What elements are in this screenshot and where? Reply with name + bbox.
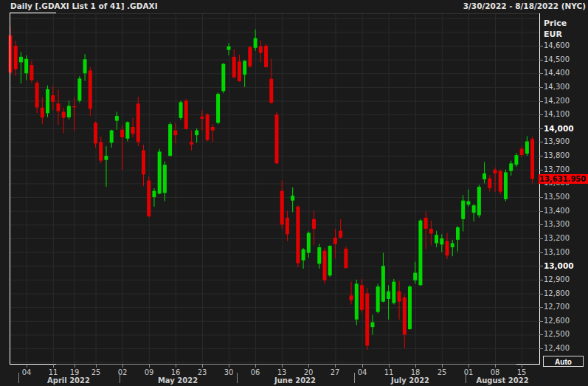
price-tick-mark — [539, 211, 543, 212]
candle-body-up — [152, 191, 156, 197]
candle-body-up — [125, 122, 129, 138]
candle-body-up — [440, 238, 443, 244]
time-tick-label: 13 — [277, 368, 287, 376]
price-tick-mark — [539, 73, 543, 74]
candle-wick — [106, 146, 106, 187]
candle-body-down — [365, 294, 369, 346]
price-tick-label: 12,700 — [544, 303, 588, 311]
price-tick-mark — [539, 87, 543, 88]
price-tick-mark — [539, 128, 543, 129]
candle-body-down — [136, 103, 140, 142]
price-tick-label: 12,500 — [544, 330, 588, 338]
candle-body-up — [77, 78, 81, 100]
month-separator — [18, 373, 19, 383]
time-tick-label: 25 — [91, 368, 101, 376]
plot-border-top — [10, 13, 539, 14]
candle-wick — [63, 108, 64, 133]
candle-body-down — [35, 83, 39, 107]
price-tick-mark — [539, 170, 543, 170]
candle-body-up — [451, 243, 454, 247]
time-tick-label: 09 — [145, 368, 154, 376]
last-price-tag: 13,631.950 — [539, 174, 588, 184]
price-tick-mark — [539, 114, 543, 115]
candle-body-up — [163, 165, 167, 193]
candle-body-down — [142, 151, 145, 175]
time-tick-mark — [415, 364, 416, 368]
time-tick-mark — [75, 364, 75, 368]
candle-body-up — [418, 221, 422, 286]
price-tick-label: 14,000 — [544, 124, 588, 133]
candle-body-down — [56, 103, 60, 111]
time-tick-mark — [53, 364, 54, 368]
time-tick-label: 11 — [49, 368, 58, 376]
price-tick-label: 12,400 — [544, 344, 588, 352]
time-tick-mark — [442, 364, 443, 368]
candle-body-down — [494, 170, 497, 173]
candle-body-down — [275, 114, 279, 163]
h-gridline — [10, 18, 539, 19]
h-gridline — [10, 334, 539, 335]
candle-wick — [201, 111, 202, 131]
h-gridline — [10, 238, 539, 239]
time-tick-label: 08 — [491, 368, 500, 376]
price-tick-label: 13,200 — [544, 234, 588, 242]
price-tick-mark — [539, 348, 543, 349]
price-tick-label: 13,300 — [544, 220, 588, 228]
price-tick-label: 13,100 — [544, 248, 588, 256]
candle-body-down — [333, 238, 337, 244]
v-gridline — [308, 13, 309, 364]
time-tick-label: 15 — [517, 368, 527, 376]
plot-corner-bottom-left — [10, 364, 56, 365]
plot-border-right[interactable] — [539, 13, 540, 365]
candle-body-down — [424, 218, 428, 229]
month-label: August 2022 — [476, 376, 528, 385]
plot-area[interactable] — [10, 13, 539, 364]
candle-body-down — [232, 57, 236, 77]
v-gridline — [255, 13, 256, 364]
v-gridline — [202, 13, 203, 364]
candle-body-up — [413, 273, 417, 280]
month-separator — [120, 373, 120, 383]
month-separator — [237, 373, 238, 383]
auto-scale-button[interactable]: Auto — [543, 356, 584, 367]
time-tick-mark — [495, 364, 496, 368]
h-gridline — [10, 294, 539, 294]
price-tick-label: 12,600 — [544, 317, 588, 325]
candle-body-up — [376, 286, 380, 311]
h-gridline — [10, 362, 539, 363]
time-tick-mark — [308, 364, 309, 368]
v-gridline — [522, 13, 522, 364]
candle-body-down — [286, 218, 289, 234]
candle-body-down — [72, 106, 76, 107]
candle-body-down — [99, 142, 103, 160]
candle-wick — [191, 131, 192, 151]
candle-body-up — [254, 38, 257, 48]
candle-body-down — [147, 181, 151, 216]
candle-body-up — [243, 61, 246, 75]
price-tick-label: 13,000 — [544, 261, 588, 270]
candle-body-down — [89, 71, 92, 109]
price-tick-mark — [539, 101, 543, 102]
price-tick-mark — [539, 266, 543, 266]
price-axis-title: Price — [544, 18, 567, 28]
candle-wick — [351, 282, 352, 305]
v-gridline — [335, 13, 336, 364]
v-gridline — [122, 13, 123, 364]
v-gridline — [176, 13, 176, 364]
h-gridline — [10, 321, 539, 322]
chart-window: Daily [.GDAXI List 1 of 41] .GDAXI 3/30/… — [0, 0, 588, 386]
candle-body-down — [446, 241, 449, 256]
candle-wick — [388, 285, 389, 320]
candle-wick — [21, 52, 21, 83]
candle-body-down — [530, 139, 534, 179]
candle-body-up — [482, 173, 486, 179]
candle-body-up — [456, 227, 460, 240]
candle-wick — [426, 212, 426, 249]
time-tick-mark — [362, 364, 363, 368]
time-tick-label: 11 — [384, 368, 394, 376]
time-tick-mark — [468, 364, 469, 368]
candle-body-up — [24, 59, 28, 74]
time-tick-label: 20 — [304, 368, 314, 376]
price-tick-mark — [539, 142, 543, 142]
price-tick-mark — [539, 294, 543, 294]
